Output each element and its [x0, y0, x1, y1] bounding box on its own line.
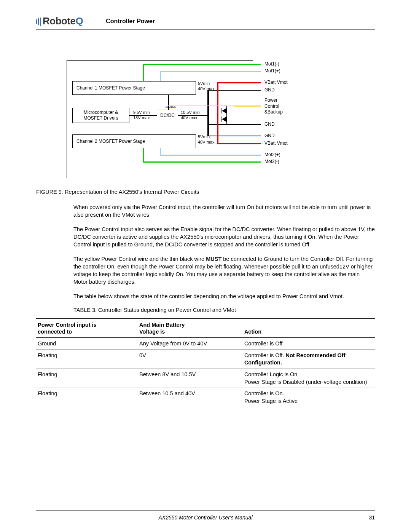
- lbl-mot1-neg: Mot1(-): [264, 61, 279, 67]
- dcdc-label: DC/DC: [160, 113, 175, 118]
- lbl-mot2-pos: Mot2(+): [264, 152, 280, 158]
- brand-text: Robote: [43, 15, 76, 27]
- dcdc-out-wire: [178, 115, 209, 116]
- status-table: Power Control input is connected to And …: [36, 318, 375, 407]
- p3-must: MUST: [206, 256, 221, 262]
- wire-gnd2: [207, 124, 261, 125]
- cell: 0V: [138, 350, 243, 369]
- cell: Controller is Off: [243, 338, 375, 350]
- table-row: Floating 0V Controller is Off. Not Recom…: [36, 350, 375, 369]
- figure-caption: FIGURE 9. Representation of the AX2550's…: [36, 189, 375, 195]
- table-row: Floating Between 8V and 10.5V Controller…: [36, 369, 375, 388]
- diagram-container: Channel 1 MOSFET Power Stage 5Vmin 40V m…: [67, 60, 375, 182]
- ch1-label: Channel 1 MOSFET Power Stage: [76, 85, 145, 91]
- table-row: Ground Any Voltage from 0V to 40V Contro…: [36, 338, 375, 350]
- cell-text: Controller is Off.: [244, 352, 286, 358]
- wire-mot2-pos: [160, 155, 261, 156]
- cell: Between 10.5 and 40V: [138, 388, 243, 407]
- lbl-gnd3: GND: [264, 133, 275, 139]
- table-row: Floating Between 10.5 and 40V Controller…: [36, 388, 375, 407]
- wire-vbatt2: [217, 143, 261, 144]
- cell-text: Controller is Off: [244, 340, 282, 347]
- wire-power-control: [234, 105, 261, 107]
- wire-gnd1: [207, 90, 261, 91]
- diode-to-pc: [226, 105, 235, 106]
- micro-dcdc-wire: [129, 115, 157, 116]
- lbl-mot2-neg: Mot2(-): [264, 159, 279, 165]
- ch2-volt: 5Vmin 40V max: [198, 134, 214, 145]
- lbl-vbatt1: VBatt Vmot: [264, 80, 288, 86]
- wire-mot1-neg: [143, 64, 261, 65]
- footer-title: AX2550 Motor Controller User's Manual: [158, 514, 252, 521]
- lbl-power-ctrl: Power Control &Backup: [264, 97, 283, 115]
- gnd-bus: [207, 90, 209, 136]
- th-col3: Action: [243, 319, 375, 338]
- brand-q: Q: [76, 15, 83, 27]
- cell: Between 8V and 10.5V: [138, 369, 243, 388]
- cell: Any Voltage from 0V to 40V: [138, 338, 243, 350]
- enable-wire-v: [168, 95, 169, 110]
- mot1neg-drop: [143, 64, 144, 81]
- wire-mot1-pos: [160, 71, 261, 72]
- logo-bars-icon: [36, 15, 42, 27]
- paragraph-4: The table below shows the state of the c…: [73, 292, 375, 300]
- ch1-volt: 5Vmin 40V max: [198, 81, 214, 92]
- ch1-box: Channel 1 MOSFET Power Stage: [72, 81, 196, 95]
- vbatt-bus: [217, 82, 218, 144]
- lbl-mot1-pos: Mot1(+): [264, 68, 280, 74]
- cell: Controller is On. Power Stage is Active: [243, 388, 375, 407]
- cell: Floating: [36, 350, 138, 369]
- p3-a: The yellow Power Control wire and the th…: [73, 256, 206, 262]
- diode-bus: [226, 105, 227, 125]
- paragraph-3: The yellow Power Control wire and the th…: [73, 255, 375, 286]
- th-col1: Power Control input is connected to: [36, 319, 138, 338]
- paragraph-2: The Power Control input also serves as t…: [73, 225, 375, 248]
- enable-wire-h: [168, 105, 235, 106]
- cell-text: Controller is On. Power Stage is Active: [244, 390, 298, 404]
- cell-text: Controller Logic is On Power Stage is Di…: [244, 371, 367, 385]
- dcdc-box: DC/DC: [157, 110, 178, 121]
- cell: Controller is Off. Not Recommended Off C…: [243, 350, 375, 369]
- paragraph-1: When powered only via the Power Control …: [73, 203, 375, 219]
- footer-page-number: 31: [369, 514, 375, 521]
- wire-gnd3: [207, 136, 261, 136]
- ch2-box: Channel 2 MOSFET Power Stage: [72, 134, 196, 148]
- page-footer: AX2550 Motor Controller User's Manual 31: [36, 510, 375, 521]
- micro-box: Microcomputer & MOSFET Drivers: [72, 108, 129, 123]
- page-header: RoboteQ Controller Power: [36, 15, 375, 30]
- th-col2: And Main Battery Voltage is: [138, 319, 243, 338]
- wire-vbatt1: [217, 82, 261, 83]
- power-circuit-diagram: Channel 1 MOSFET Power Stage 5Vmin 40V m…: [67, 60, 333, 182]
- brand-logo: RoboteQ: [36, 15, 83, 27]
- cell: Ground: [36, 338, 138, 350]
- section-title: Controller Power: [106, 18, 155, 25]
- mot1pos-drop: [160, 71, 161, 81]
- micro-label: Microcomputer & MOSFET Drivers: [83, 110, 118, 121]
- wire-mot2-neg: [143, 161, 261, 163]
- table-caption: TABLE 3. Controller Status depending on …: [73, 307, 375, 313]
- lbl-vbatt2: VBatt Vmot: [264, 141, 288, 147]
- cell: Floating: [36, 388, 138, 407]
- cell: Floating: [36, 369, 138, 388]
- lbl-gnd2: GND: [264, 121, 275, 128]
- cell: Controller Logic is On Power Stage is Di…: [243, 369, 375, 388]
- lbl-gnd1: GND: [264, 87, 275, 93]
- ch2-label: Channel 2 MOSFET Power Stage: [76, 139, 145, 144]
